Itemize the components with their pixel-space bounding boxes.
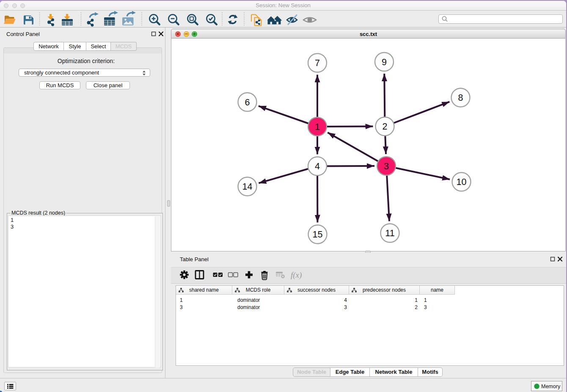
svg-text:f(x): f(x) [291, 271, 302, 280]
